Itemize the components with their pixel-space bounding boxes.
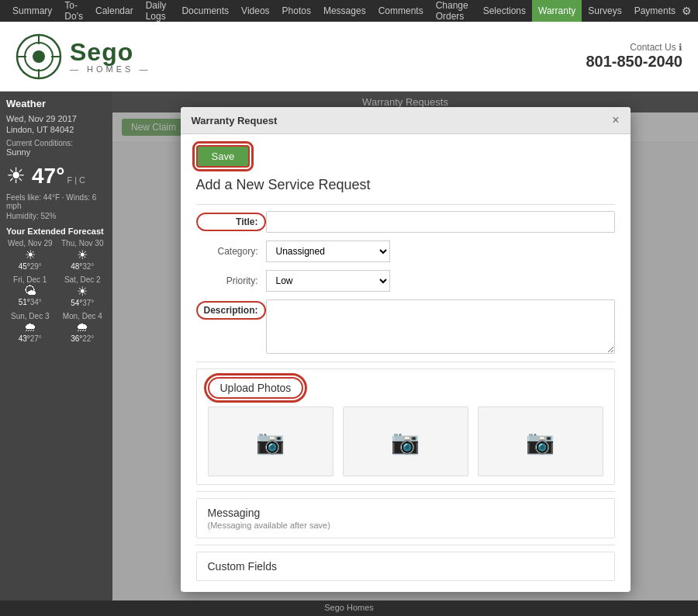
forecast-icon-1: ☀ — [59, 247, 107, 262]
priority-select[interactable]: Low Medium High — [266, 270, 390, 292]
nav-photos[interactable]: Photos — [276, 0, 317, 22]
category-row: Category: Unassigned Plumbing Electrical… — [196, 241, 615, 262]
top-navigation: Summary To-Do's Calendar Daily Logs Docu… — [0, 0, 698, 22]
nav-summary[interactable]: Summary — [6, 0, 58, 22]
modal-header: Warranty Request × — [181, 107, 631, 134]
category-select[interactable]: Unassigned Plumbing Electrical HVAC Othe… — [266, 241, 390, 262]
title-input[interactable] — [266, 211, 615, 233]
nav-changeorders[interactable]: Change Orders — [430, 0, 477, 22]
forecast-title: Your Extended Forecast — [6, 227, 106, 236]
camera-icon-3: 📷 — [526, 428, 555, 455]
divider-3 — [196, 491, 615, 492]
messaging-section: Messaging (Messaging available after sav… — [196, 498, 615, 538]
save-button[interactable]: Save — [196, 145, 251, 168]
custom-fields-section: Custom Fields — [196, 552, 615, 581]
temperature: 47° — [32, 164, 64, 188]
logo-area: Sego — HOMES — — [16, 33, 150, 80]
priority-row: Priority: Low Medium High — [196, 270, 615, 292]
forecast-fri-dec1: Fri, Dec 1 🌤 51°34° — [6, 275, 54, 307]
modal-title-text: Warranty Request — [192, 115, 278, 126]
current-weather: ☀ 47° F | C — [6, 163, 106, 189]
warranty-request-modal: Warranty Request × Save Add a New Servic… — [181, 107, 631, 592]
contact-phone-number: 801-850-2040 — [586, 53, 682, 71]
nav-messages[interactable]: Messages — [317, 0, 372, 22]
forecast-wed-nov29: Wed, Nov 29 ☀ 45°29° — [6, 239, 54, 271]
page-header: Sego — HOMES — Contact Us ℹ 801-850-2040 — [0, 22, 698, 92]
feels-like: Feels like: 44°F · Winds: 6 mph — [6, 193, 106, 210]
weather-title: Weather — [6, 98, 106, 109]
nav-selections[interactable]: Selections — [477, 0, 532, 22]
nav-documents[interactable]: Documents — [175, 0, 235, 22]
title-row: Title: — [196, 211, 615, 233]
sego-logo-icon — [16, 33, 62, 80]
humidity: Humidity: 52% — [6, 212, 106, 220]
photo-slots: 📷 📷 📷 — [208, 407, 603, 476]
modal-overlay: Warranty Request × Save Add a New Servic… — [112, 92, 698, 616]
camera-icon-1: 📷 — [256, 428, 285, 455]
page-footer: Sego Homes — [0, 600, 698, 616]
weather-location: Lindon, UT 84042 — [6, 125, 106, 134]
messaging-subtitle: (Messaging available after save) — [208, 521, 603, 530]
nav-calendar[interactable]: Calendar — [89, 0, 140, 22]
main-area: Weather Wed, Nov 29 2017 Lindon, UT 8404… — [0, 92, 698, 616]
logo-sub-text: — HOMES — — [70, 64, 150, 74]
weather-date: Wed, Nov 29 2017 — [6, 114, 106, 123]
messaging-title: Messaging — [208, 507, 603, 519]
logo-text: Sego — HOMES — — [70, 40, 150, 74]
divider-2 — [196, 362, 615, 362]
photo-slot-2[interactable]: 📷 — [343, 407, 468, 476]
camera-icon-2: 📷 — [391, 428, 420, 455]
forecast-icon-5: 🌧 — [59, 320, 107, 334]
contact-us-label: Contact Us ℹ — [586, 42, 682, 53]
forecast-sat-dec2: Sat, Dec 2 ☀ 54°37° — [59, 275, 107, 307]
forecast-icon-2: 🌤 — [6, 284, 54, 298]
forecast-icon-3: ☀ — [59, 284, 107, 299]
conditions-value: Sunny — [6, 147, 106, 157]
forecast-icon-4: 🌧 — [6, 320, 54, 334]
divider-1 — [196, 204, 615, 205]
content-area: Warranty Requests New Claim Warranty Req… — [112, 92, 698, 616]
temp-unit: F | C — [67, 175, 85, 185]
conditions-label: Current Conditions: — [6, 139, 106, 147]
photo-slot-1[interactable]: 📷 — [208, 407, 333, 476]
nav-todos[interactable]: To-Do's — [58, 0, 89, 22]
settings-icon[interactable]: ⚙ — [682, 5, 692, 17]
forecast-thu-nov30: Thu, Nov 30 ☀ 48°32° — [59, 239, 107, 271]
upload-photos-section: Upload Photos 📷 📷 📷 — [196, 369, 615, 485]
nav-payments[interactable]: Payments — [628, 0, 682, 22]
forecast-grid: Wed, Nov 29 ☀ 45°29° Thu, Nov 30 ☀ 48°32… — [6, 239, 106, 343]
forecast-mon-dec4: Mon, Dec 4 🌧 36°22° — [59, 312, 107, 343]
sun-icon: ☀ — [6, 163, 26, 189]
modal-close-button[interactable]: × — [612, 113, 619, 127]
forecast-sun-dec3: Sun, Dec 3 🌧 43°27° — [6, 312, 54, 343]
divider-4 — [196, 545, 615, 545]
weather-sidebar: Weather Wed, Nov 29 2017 Lindon, UT 8404… — [0, 92, 112, 616]
nav-videos[interactable]: Videos — [235, 0, 275, 22]
custom-fields-title: Custom Fields — [208, 560, 603, 573]
photo-slot-3[interactable]: 📷 — [478, 407, 603, 476]
nav-surveys[interactable]: Surveys — [582, 0, 627, 22]
form-heading: Add a New Service Request — [196, 177, 615, 193]
description-textarea[interactable] — [266, 299, 615, 354]
footer-text: Sego Homes — [324, 603, 374, 612]
forecast-icon-0: ☀ — [6, 247, 54, 262]
priority-label: Priority: — [196, 275, 266, 286]
description-label: Description: — [196, 301, 266, 320]
description-label-wrap: Description: — [196, 299, 266, 320]
nav-dailylogs[interactable]: Daily Logs — [140, 0, 176, 22]
nav-comments[interactable]: Comments — [372, 0, 430, 22]
contact-info: Contact Us ℹ 801-850-2040 — [586, 42, 682, 71]
modal-body: Save Add a New Service Request Title: Ca… — [181, 134, 631, 592]
logo-brand-name: Sego — [70, 40, 150, 64]
upload-photos-title[interactable]: Upload Photos — [208, 377, 304, 399]
svg-point-2 — [33, 50, 45, 63]
category-label: Category: — [196, 246, 266, 257]
nav-warranty[interactable]: Warranty — [532, 0, 582, 22]
title-label: Title: — [196, 213, 266, 231]
description-row: Description: — [196, 299, 615, 354]
